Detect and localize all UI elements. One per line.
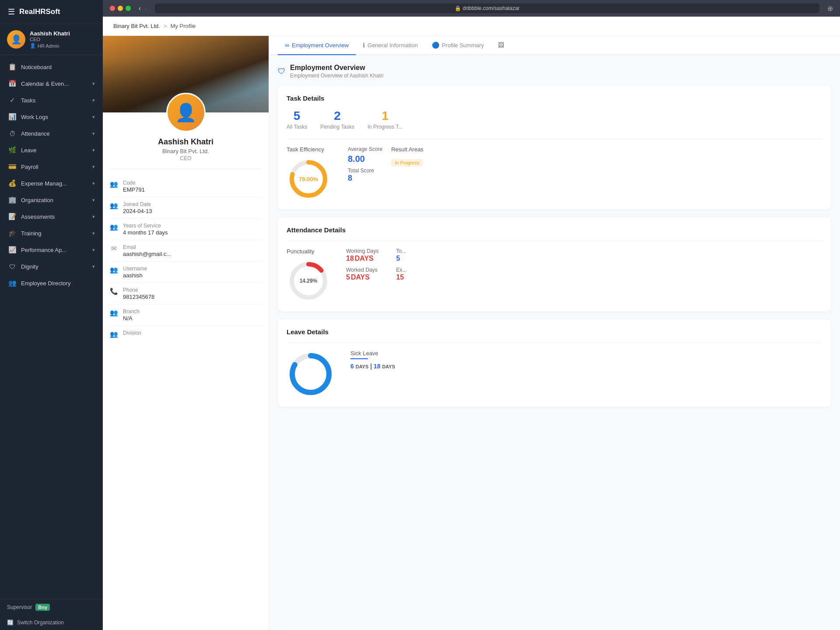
sidebar-item-training[interactable]: 🎓 Training ▾: [0, 225, 103, 242]
dignity-icon: 🛡: [8, 262, 17, 271]
detail-email: ✉ Email aashish@gmail.c...: [110, 240, 262, 262]
sidebar-item-label: Employee Directory: [21, 280, 70, 287]
chevron-down-icon: ▾: [92, 147, 95, 153]
sidebar-item-dignity[interactable]: 🛡 Dignity ▾: [0, 258, 103, 275]
maximize-button[interactable]: [126, 6, 131, 11]
tab-general-information[interactable]: ℹ General Information: [356, 36, 425, 55]
sidebar-item-label: Calendar & Even...: [21, 80, 69, 87]
profile-details: 👥 Code EMP791 👥 Joined Date 2024-04-13: [103, 169, 269, 349]
circle-icon: 🔵: [432, 42, 439, 49]
sidebar-item-expense[interactable]: 💰 Expense Manag... ▾: [0, 175, 103, 192]
sidebar-item-label: Noticeboard: [21, 64, 52, 70]
breadcrumb-current: My Profile: [171, 23, 196, 29]
attendance-details-title: Attendance Details: [287, 226, 822, 234]
working-days-value: 18DAYS: [346, 255, 378, 262]
menu-icon[interactable]: ☰: [8, 7, 15, 17]
sidebar-item-label: Payroll: [21, 164, 38, 170]
branch-value: N/A: [123, 315, 140, 322]
tab-more[interactable]: 🖼: [491, 36, 511, 55]
leave-details-card: Leave Details: [278, 319, 831, 407]
attendance-details-card: Attendance Details Punctuality 14.29%: [278, 217, 831, 312]
sidebar-item-calendar[interactable]: 📅 Calendar & Even... ▾: [0, 75, 103, 92]
performance-icon: 📈: [8, 245, 17, 254]
profile-name: Aashish Khatri: [110, 137, 262, 147]
leave-underline: [350, 358, 368, 359]
forward-icon[interactable]: ›: [144, 4, 147, 12]
organization-icon: 🏢: [8, 196, 17, 204]
sidebar-item-organization[interactable]: 🏢 Organization ▾: [0, 192, 103, 208]
supervisor-section: Supervisor Bny: [0, 599, 103, 615]
profile-card: 👤 Aashish Khatri Binary Bit Pvt. Ltd. CE…: [103, 36, 269, 630]
back-icon[interactable]: ‹: [139, 4, 141, 12]
sidebar-item-label: Attendance: [21, 130, 50, 137]
in-progress-tasks-number: 1: [368, 109, 402, 123]
username-value: aashish: [123, 272, 147, 279]
right-panel: ∞ Employment Overview ℹ General Informat…: [269, 36, 840, 630]
sidebar-item-employee-directory[interactable]: 👥 Employee Directory: [0, 275, 103, 291]
in-progress-label: In Progress: [391, 159, 423, 167]
in-progress-tasks-stat: 1 In Progress T...: [368, 109, 402, 130]
switch-icon: 🔄: [7, 620, 14, 626]
task-stats: 5 All Tasks 2 Pending Tasks 1 In Progres…: [287, 109, 822, 130]
tab-employment-overview[interactable]: ∞ Employment Overview: [278, 36, 356, 55]
leave-details-title: Leave Details: [287, 328, 822, 336]
breadcrumb-separator: >: [164, 23, 167, 29]
code-value: EMP791: [123, 186, 145, 193]
sidebar-item-assessments[interactable]: 📝 Assessments ▾: [0, 208, 103, 225]
sidebar-item-attendance[interactable]: ⏱ Attendance ▾: [0, 125, 103, 142]
total-score-label: Total Score: [348, 168, 382, 174]
tab-profile-summary[interactable]: 🔵 Profile Summary: [425, 36, 491, 55]
total-score-value: 8: [348, 174, 382, 183]
score-section: Average Score 8.00 Total Score 8: [348, 146, 382, 183]
efficiency-label: Task Efficiency: [287, 146, 330, 153]
breadcrumb-company[interactable]: Binary Bit Pvt. Ltd.: [113, 23, 160, 29]
avg-score-label: Average Score: [348, 146, 382, 152]
detail-joined-date: 👥 Joined Date 2024-04-13: [110, 197, 262, 219]
profile-company: Binary Bit Pvt. Ltd.: [110, 148, 262, 154]
chevron-down-icon: ▾: [92, 214, 95, 220]
user-role: CEO: [30, 37, 70, 42]
code-label: Code: [123, 180, 145, 186]
sidebar-item-performance[interactable]: 📈 Performance Ap... ▾: [0, 242, 103, 258]
people-icon: 👥: [110, 180, 118, 188]
efficiency-percent: 79.00%: [299, 176, 318, 182]
punctuality-percent: 14.29%: [300, 278, 318, 284]
task-efficiency-section: Task Efficiency 79.00%: [287, 146, 330, 201]
shield-icon: 🛡: [278, 67, 286, 76]
sick-leave-value: 6 DAYS | 18 DAYS: [350, 363, 395, 370]
supervisor-label: Supervisor: [7, 604, 32, 610]
profile-name-section: Aashish Khatri Binary Bit Pvt. Ltd. CEO: [103, 132, 269, 168]
sidebar-item-label: Dignity: [21, 263, 38, 270]
chevron-down-icon: ▾: [92, 247, 95, 253]
chevron-down-icon: ▾: [92, 181, 95, 186]
sidebar-item-noticeboard[interactable]: 📋 Noticeboard: [0, 59, 103, 75]
sick-leave-label: Sick Leave: [350, 350, 395, 357]
close-button[interactable]: [110, 6, 115, 11]
sidebar-item-worklogs[interactable]: 📊 Work Logs ▾: [0, 108, 103, 125]
profile-avatar: 👤: [166, 93, 206, 132]
noticeboard-icon: 📋: [8, 63, 17, 71]
detail-years-of-service: 👥 Years of Service 4 months 17 days: [110, 219, 262, 240]
detail-branch: 👥 Branch N/A: [110, 304, 262, 326]
switch-org-button[interactable]: 🔄 Switch Organization: [0, 615, 103, 630]
privacy-icon: ⊕: [827, 4, 833, 13]
all-tasks-number: 5: [287, 109, 307, 123]
worked-days-stat: Worked Days 5DAYS: [346, 267, 378, 281]
assessments-icon: 📝: [8, 212, 17, 221]
employment-overview-header: 🛡 Employment Overview Employment Overvie…: [278, 64, 831, 79]
sidebar-item-payroll[interactable]: 💳 Payroll ▾: [0, 158, 103, 175]
app-title: RealHRSoft: [19, 7, 60, 16]
phone-value: 9812345678: [123, 294, 154, 300]
in-progress-tasks-label: In Progress T...: [368, 124, 402, 130]
extra-stat: Ex... 15: [396, 267, 406, 281]
sidebar-item-tasks[interactable]: ✓ Tasks ▾: [0, 92, 103, 108]
punctuality-section: Punctuality 14.29%: [287, 248, 330, 303]
employment-overview-subtitle: Employment Overview of Aashish Khatri: [290, 73, 383, 79]
avatar-person-icon: 👤: [175, 102, 197, 123]
payroll-icon: 💳: [8, 162, 17, 171]
profile-job-title: CEO: [110, 155, 262, 161]
branch-icon: 👥: [110, 309, 118, 317]
total-label: To...: [396, 248, 406, 254]
sidebar-item-leave[interactable]: 🌿 Leave ▾: [0, 142, 103, 158]
minimize-button[interactable]: [118, 6, 123, 11]
